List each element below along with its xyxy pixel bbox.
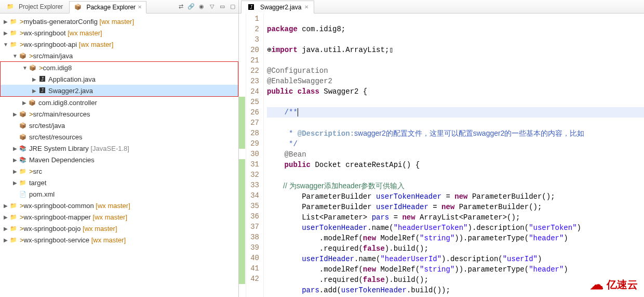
project-icon: 📁 [9,40,18,48]
code-content[interactable]: package com.idig8; ⊕import java.util.Arr… [264,14,644,297]
folder-icon: 📁 [19,167,27,175]
cloud-icon: ☁ [590,277,603,293]
project-item[interactable]: ▶ 📁 > mybatis-generatorConfig [wx master… [0,16,238,27]
project-icon: 📁 [9,17,18,25]
project-icon: 📁 [9,213,18,221]
project-icon: 📁 [9,236,18,244]
folder[interactable]: ▶ 📁 > src [0,165,238,177]
package-explorer-icon: 📦 [74,3,82,11]
highlighted-region: ▼ 📦 > com.idig8 ▶ 🅹 Application.java ▶ 🅹… [0,61,238,97]
tab-label: Project Explorer [19,3,63,10]
package-icon: 📦 [29,63,37,72]
project-item[interactable]: ▶ 📁 > wx-springboot-service [wx master] [0,234,238,246]
source-folder[interactable]: ▼ 📦 > src/main/java [0,50,238,61]
maven-deps[interactable]: ▶ 📚 Maven Dependencies [0,154,238,165]
link-editor-icon[interactable]: 🔗 [187,3,195,10]
project-item-expanded[interactable]: ▼ 📁 > wx-springboot-api [wx master] [0,38,238,50]
package-tree[interactable]: ▶ 📁 > mybatis-generatorConfig [wx master… [0,14,238,248]
maximize-icon[interactable]: ▢ [229,3,236,10]
package-item[interactable]: ▼ 📦 > com.idig8 [1,62,238,73]
focus-icon[interactable]: ◉ [198,3,205,10]
folder-icon: 📁 [19,178,27,187]
marker-bar [239,14,246,297]
java-file-icon: 🅹 [247,3,255,11]
source-folder-icon: 📦 [19,110,27,118]
java-file[interactable]: ▶ 🅹 Application.java [1,73,238,85]
package-item[interactable]: ▶ 📦 com.idig8.controller [0,97,238,108]
package-icon: 📦 [28,98,36,107]
tab-package-explorer[interactable]: 📦 Package Explorer ✕ [69,1,146,14]
project-icon: 📁 [9,29,18,37]
editor-tab[interactable]: 🅹 Swagger2.java ✕ [241,1,314,14]
source-folder-icon: 📦 [19,121,27,130]
close-icon[interactable]: ✕ [304,4,308,10]
project-item[interactable]: ▶ 📁 > wx-springboot [wx master] [0,27,238,38]
project-item[interactable]: ▶ 📁 > wx-springboot-mapper [wx master] [0,211,238,223]
library-icon: 📚 [19,156,27,164]
pom-file[interactable]: ▶ 📄 pom.xml [0,188,238,200]
collapse-all-icon[interactable]: ⇄ [177,3,184,10]
java-file-icon: 🅹 [38,75,46,83]
minimize-icon[interactable]: ▭ [219,3,226,10]
project-icon: 📁 [9,201,18,210]
source-folder-icon: 📦 [19,133,27,141]
source-folder[interactable]: ▶ 📦 src/test/resources [0,131,238,143]
project-explorer-icon: 📁 [6,3,15,11]
source-folder[interactable]: ▶ 📦 src/test/java [0,120,238,131]
project-item[interactable]: ▶ 📁 > wx-springboot-pojo [wx master] [0,223,238,234]
line-gutter: 1232021222324252627282930313233343536373… [246,14,264,297]
sidebar-tabbar: 📁 Project Explorer 📦 Package Explorer ✕ … [0,0,238,14]
jre-library[interactable]: ▶ 📚 JRE System Library [JavaSE-1.8] [0,143,238,154]
code-editor[interactable]: 1232021222324252627282930313233343536373… [239,14,644,297]
library-icon: 📚 [19,144,27,152]
folder[interactable]: ▶ 📁 target [0,177,238,188]
view-menu-icon[interactable]: ▽ [208,3,216,10]
tab-project-explorer[interactable]: 📁 Project Explorer [2,1,67,13]
project-item[interactable]: ▶ 📁 > wx-springboot-common [wx master] [0,200,238,211]
editor-tabbar: 🅹 Swagger2.java ✕ [239,0,644,14]
source-folder[interactable]: ▶ 📦 > src/main/resources [0,108,238,120]
watermark: ☁ 亿速云 [590,277,638,293]
editor-tab-label: Swagger2.java [260,4,301,11]
source-folder-icon: 📦 [19,51,27,60]
project-icon: 📁 [9,224,18,233]
close-icon[interactable]: ✕ [138,4,142,10]
editor-panel: 🅹 Swagger2.java ✕ 1232021222324252627282… [239,0,644,297]
java-file-icon: 🅹 [38,86,46,95]
tab-label: Package Explorer [86,4,136,11]
java-file-selected[interactable]: ▶ 🅹 Swagger2.java [1,85,238,96]
sidebar-toolbar: ⇄ 🔗 ◉ ▽ ▭ ▢ [177,3,236,10]
xml-file-icon: 📄 [19,190,27,198]
package-explorer-panel: 📁 Project Explorer 📦 Package Explorer ✕ … [0,0,239,297]
